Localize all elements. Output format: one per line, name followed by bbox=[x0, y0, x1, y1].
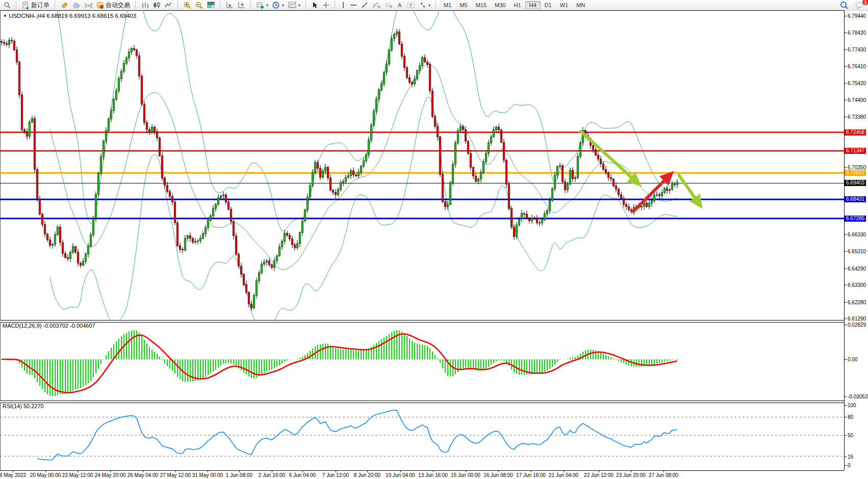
time-label: 10 Jun 04:00 bbox=[386, 472, 415, 478]
rsi-panel[interactable] bbox=[0, 402, 844, 472]
price-level-badge-6.72458: 6.72458 bbox=[845, 129, 866, 136]
panel-separator[interactable] bbox=[0, 320, 844, 323]
main-price-panel[interactable] bbox=[0, 10, 844, 322]
candle-body bbox=[426, 62, 428, 65]
svg-text:T: T bbox=[410, 3, 413, 8]
price-tick bbox=[845, 49, 847, 50]
candle-body bbox=[118, 78, 120, 91]
cursor-icon[interactable] bbox=[310, 1, 320, 10]
notifications-icon[interactable]: 1 bbox=[853, 1, 866, 10]
candle-body bbox=[671, 184, 673, 190]
crosshair-icon[interactable] bbox=[320, 1, 331, 10]
candle-body bbox=[373, 111, 375, 125]
timeframe-H4[interactable]: H4 bbox=[525, 1, 541, 9]
text-icon[interactable]: A bbox=[395, 1, 405, 10]
candle-body bbox=[449, 183, 451, 205]
candle-body bbox=[579, 143, 581, 156]
candle-body bbox=[531, 218, 533, 221]
candle-body bbox=[222, 195, 224, 196]
vertical-line-icon[interactable] bbox=[339, 1, 348, 10]
magnifier-icon[interactable] bbox=[2, 1, 13, 10]
candle-body bbox=[67, 257, 69, 258]
price-tick bbox=[845, 251, 847, 252]
time-label: 23 Jun 20:00 bbox=[616, 472, 646, 478]
candle-body bbox=[291, 239, 293, 245]
time-label: 13 Jun 16:00 bbox=[418, 472, 448, 478]
auto-scroll-icon[interactable] bbox=[224, 1, 236, 10]
cloud-icon[interactable] bbox=[70, 1, 83, 10]
candle-body bbox=[133, 48, 135, 50]
price-axis[interactable]: 6.794406.784206.774306.764106.754206.744… bbox=[845, 10, 868, 470]
timeframe-H1[interactable]: H1 bbox=[509, 1, 525, 9]
indicators-button[interactable]: ▾ bbox=[254, 1, 270, 10]
candle-body bbox=[528, 218, 530, 221]
candle-body bbox=[154, 127, 156, 132]
zoom-in-icon[interactable] bbox=[182, 1, 193, 10]
periods-button[interactable]: ▾ bbox=[270, 1, 286, 10]
time-label: 16 Jun 08:00 bbox=[483, 472, 513, 478]
autotrade-button[interactable]: 自动交易 bbox=[94, 0, 132, 11]
tile-windows-icon[interactable] bbox=[205, 1, 217, 10]
line-chart-icon[interactable] bbox=[163, 1, 174, 10]
candle-body bbox=[510, 208, 513, 227]
timeframe-D1[interactable]: D1 bbox=[541, 1, 556, 9]
candle-body bbox=[447, 204, 449, 207]
bar-chart-icon[interactable] bbox=[139, 1, 151, 10]
fibo-f-icon[interactable]: F bbox=[382, 1, 395, 10]
panel-separator[interactable] bbox=[0, 401, 844, 403]
candle-body bbox=[80, 263, 82, 265]
candle-body bbox=[184, 238, 186, 250]
collapse-triangle-icon[interactable]: ▼ bbox=[3, 14, 7, 18]
zoom-out-icon[interactable] bbox=[193, 1, 205, 10]
timeframe-M5[interactable]: M5 bbox=[455, 1, 471, 9]
new-order-button[interactable]: 新订单 bbox=[20, 0, 52, 11]
fibo-e-icon[interactable]: E bbox=[370, 1, 382, 10]
candle-body bbox=[467, 141, 469, 153]
time-axis[interactable]: 8 May 202220 May 00:0023 May 12:0024 May… bbox=[0, 471, 844, 479]
price-level-badge-6.68431: 6.68431 bbox=[845, 196, 866, 202]
candle-body bbox=[59, 227, 61, 243]
candle-body bbox=[646, 203, 648, 206]
candle-body bbox=[352, 171, 354, 175]
timeframe-M15[interactable]: M15 bbox=[472, 1, 491, 9]
svg-text:E: E bbox=[378, 5, 380, 9]
trendline-icon[interactable] bbox=[359, 1, 370, 10]
arrows-button[interactable]: ▾ bbox=[417, 1, 432, 10]
candle-body bbox=[233, 222, 235, 236]
main-toolbar: 新订单 自动交易 bbox=[0, 0, 868, 11]
rsi-tick bbox=[845, 457, 847, 457]
trend-arrow-2[interactable] bbox=[632, 175, 670, 212]
macd-tick bbox=[845, 359, 847, 360]
price-tick-label: 6.66330 bbox=[848, 232, 866, 237]
candle-body bbox=[539, 223, 541, 223]
timeframe-M30[interactable]: M30 bbox=[491, 1, 509, 9]
search-icon[interactable] bbox=[838, 0, 850, 10]
candle-body bbox=[490, 137, 492, 143]
timeframe-M1[interactable]: M1 bbox=[440, 1, 455, 9]
price-tick bbox=[845, 83, 847, 84]
timeframe-MN[interactable]: MN bbox=[572, 1, 589, 9]
horizontal-line-icon[interactable] bbox=[348, 1, 359, 10]
candle-body bbox=[6, 43, 8, 44]
candle-body bbox=[141, 76, 143, 104]
candle-body bbox=[171, 196, 173, 202]
chart-shift-icon[interactable] bbox=[236, 1, 247, 10]
templates-button[interactable]: ▾ bbox=[286, 1, 302, 10]
candle-body bbox=[271, 265, 273, 268]
candle-body bbox=[215, 204, 217, 208]
timeframe-W1[interactable]: W1 bbox=[556, 1, 573, 9]
macd-panel[interactable] bbox=[0, 321, 844, 403]
candle-body bbox=[85, 254, 87, 261]
candlestick-chart-icon[interactable] bbox=[151, 1, 163, 10]
candle-body bbox=[444, 202, 446, 207]
text-label-icon[interactable]: T bbox=[405, 1, 417, 10]
price-tick-label: 6.73380 bbox=[848, 114, 866, 120]
candle-body bbox=[612, 179, 615, 186]
candle-body bbox=[49, 240, 51, 246]
candle-body bbox=[82, 261, 84, 265]
signal-icon[interactable] bbox=[83, 1, 94, 10]
styler-icon[interactable] bbox=[59, 1, 70, 10]
candle-body bbox=[169, 192, 171, 196]
timeframe-toolbar: M1M5M15M30H1H4D1W1MN bbox=[438, 0, 591, 10]
candle-body bbox=[549, 200, 551, 210]
